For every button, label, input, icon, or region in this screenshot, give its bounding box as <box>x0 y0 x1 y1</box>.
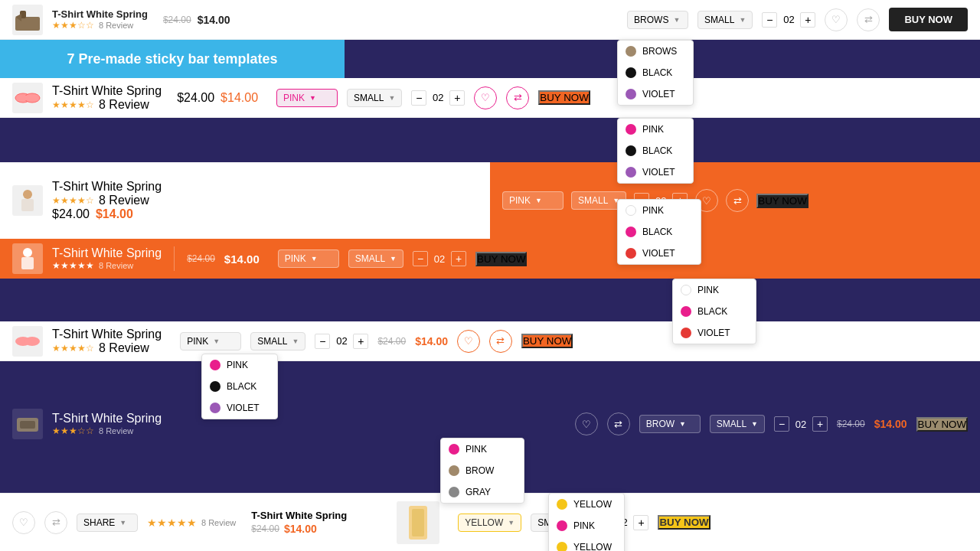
product-name-7: T-Shirt White Spring <box>251 510 347 521</box>
yellow-label-7: YELLOW <box>573 499 612 510</box>
color-option-black-3[interactable]: BLACK <box>618 221 701 243</box>
color-option-pink-4[interactable]: PINK <box>673 279 756 301</box>
size-caret-2: ▼ <box>388 94 395 102</box>
size-dropdown-6[interactable]: SMALL ▼ <box>710 415 765 433</box>
price-old-3: $24.00 <box>52 207 90 221</box>
color-option-pink-6[interactable]: PINK <box>441 439 524 460</box>
color-option-black-4[interactable]: BLACK <box>673 301 756 322</box>
compare-btn-6[interactable]: ⇄ <box>607 412 630 435</box>
qty-minus-4[interactable]: − <box>413 251 428 266</box>
caret-2: ▼ <box>309 94 316 102</box>
size-caret-4: ▼ <box>390 255 397 262</box>
violet-label-5: VIOLET <box>227 403 260 413</box>
compare-btn-5[interactable]: ⇄ <box>489 330 512 353</box>
buy-btn-7[interactable]: BUY NOW <box>658 515 710 530</box>
wishlist-btn-7[interactable]: ♡ <box>12 511 35 534</box>
svg-rect-5 <box>21 96 34 100</box>
color-option-violet-1[interactable]: VIOLET <box>618 83 693 105</box>
color-option-yellow-7[interactable]: YELLOW <box>549 494 624 515</box>
color-option-violet-3[interactable]: VIOLET <box>618 243 701 264</box>
color-option-yellow2-7[interactable]: YELLOW <box>549 536 624 551</box>
color-dropdown-1[interactable]: BROWS ▼ <box>627 11 688 29</box>
black-color-dot-5 <box>210 381 220 392</box>
wishlist-btn-6[interactable]: ♡ <box>575 412 598 435</box>
color-dropdown-3[interactable]: PINK ▼ <box>502 191 564 210</box>
wishlist-btn-2[interactable]: ♡ <box>474 86 497 109</box>
wishlist-btn-5[interactable]: ♡ <box>457 330 480 353</box>
qty-plus-6[interactable]: + <box>812 416 828 432</box>
color-label-7: YELLOW <box>465 517 503 528</box>
size-dropdown-4[interactable]: SMALL ▼ <box>348 249 403 268</box>
color-option-violet-2[interactable]: VIOLET <box>618 161 693 183</box>
compare-btn-3[interactable]: ⇄ <box>726 189 749 212</box>
qty-plus-7[interactable]: + <box>633 515 648 530</box>
svg-rect-13 <box>20 421 35 429</box>
buy-btn-6[interactable]: BUY NOW <box>916 417 968 432</box>
color-dropdown-popup-5: PINK BLACK VIOLET <box>201 354 278 419</box>
color-option-brow-6[interactable]: BROW <box>441 460 524 481</box>
product-name-6: T-Shirt White Spring <box>52 412 162 425</box>
buy-btn-3[interactable]: BUY NOW <box>756 194 808 208</box>
color-option-gray-6[interactable]: GRAY <box>441 481 524 503</box>
compare-btn-7[interactable]: ⇄ <box>44 511 67 534</box>
pink-label-7: PINK <box>573 520 595 531</box>
share-dropdown-7[interactable]: SHARE ▼ <box>77 514 138 532</box>
size-dropdown-5[interactable]: SMALL ▼ <box>250 332 305 350</box>
buy-btn-2[interactable]: BUY NOW <box>538 90 590 105</box>
qty-minus-5[interactable]: − <box>315 334 330 349</box>
color-option-pink-3[interactable]: PINK <box>618 200 701 221</box>
product-info-2: T-Shirt White Spring ★★★★☆ 8 Review <box>52 84 162 112</box>
qty-minus-1[interactable]: − <box>762 12 777 28</box>
brow-color-dot <box>626 46 636 57</box>
qty-plus-2[interactable]: + <box>449 90 465 106</box>
buy-btn-5[interactable]: BUY NOW <box>521 334 573 348</box>
size-label-3: SMALL <box>578 195 608 206</box>
stars-3: ★★★★☆ <box>52 195 94 206</box>
reviews-5: 8 Review <box>99 341 149 355</box>
price-old-7: $24.00 <box>251 523 279 534</box>
color-dropdown-5[interactable]: PINK ▼ <box>180 332 241 350</box>
stars-1: ★★★☆☆ <box>52 20 94 31</box>
caret-6: ▼ <box>679 420 686 428</box>
color-option-pink-7[interactable]: PINK <box>549 515 624 536</box>
buy-btn-1[interactable]: BUY NOW <box>889 8 968 31</box>
buy-btn-4[interactable]: BUY NOW <box>475 252 527 266</box>
color-option-pink-2[interactable]: PINK <box>618 119 693 140</box>
color-dropdown-4[interactable]: PINK ▼ <box>278 249 339 268</box>
size-label-5: SMALL <box>257 336 287 347</box>
color-option-violet-4[interactable]: VIOLET <box>673 322 756 344</box>
qty-plus-4[interactable]: + <box>451 251 466 266</box>
svg-rect-9 <box>21 257 34 269</box>
color-dropdown-6[interactable]: BROW ▼ <box>639 415 701 433</box>
size-dropdown-1[interactable]: SMALL ▼ <box>697 11 753 29</box>
reviews-2: 8 Review <box>99 98 149 112</box>
product-image-3 <box>12 185 43 216</box>
qty-plus-5[interactable]: + <box>353 334 368 349</box>
price-new-2: $14.00 <box>220 91 258 105</box>
compare-btn-2[interactable]: ⇄ <box>506 86 529 109</box>
color-option-black-5[interactable]: BLACK <box>202 376 277 397</box>
size-caret-1: ▼ <box>739 16 746 24</box>
product-info-4: T-Shirt White Spring ★★★★★ 8 Review <box>52 246 162 271</box>
qty-plus-1[interactable]: + <box>800 12 815 28</box>
wishlist-btn-1[interactable]: ♡ <box>825 8 848 31</box>
color-option-pink-5[interactable]: PINK <box>202 354 277 376</box>
color-option-brows[interactable]: BROWS <box>618 41 693 62</box>
color-option-black-2[interactable]: BLACK <box>618 140 693 161</box>
color-label-1: BROWS <box>634 15 668 25</box>
qty-minus-2[interactable]: − <box>411 90 426 106</box>
compare-btn-1[interactable]: ⇄ <box>857 8 880 31</box>
stars-7: ★★★★★ <box>147 517 197 529</box>
color-option-black-1[interactable]: BLACK <box>618 62 693 83</box>
size-dropdown-2[interactable]: SMALL ▼ <box>347 89 402 107</box>
color-dropdown-7[interactable]: YELLOW ▼ <box>458 514 521 532</box>
product-name-2: T-Shirt White Spring <box>52 84 162 98</box>
color-option-violet-5[interactable]: VIOLET <box>202 397 277 419</box>
yellow2-label-7: YELLOW <box>573 542 612 551</box>
sticky-bar-5: T-Shirt White Spring ★★★★☆ 8 Review PINK… <box>0 321 980 361</box>
svg-point-6 <box>23 190 32 199</box>
qty-minus-6[interactable]: − <box>774 416 789 432</box>
price-new-4: $14.00 <box>224 253 260 266</box>
color-dropdown-2[interactable]: PINK ▼ <box>276 89 338 107</box>
qty-ctrl-4: − 02 + <box>413 251 466 266</box>
